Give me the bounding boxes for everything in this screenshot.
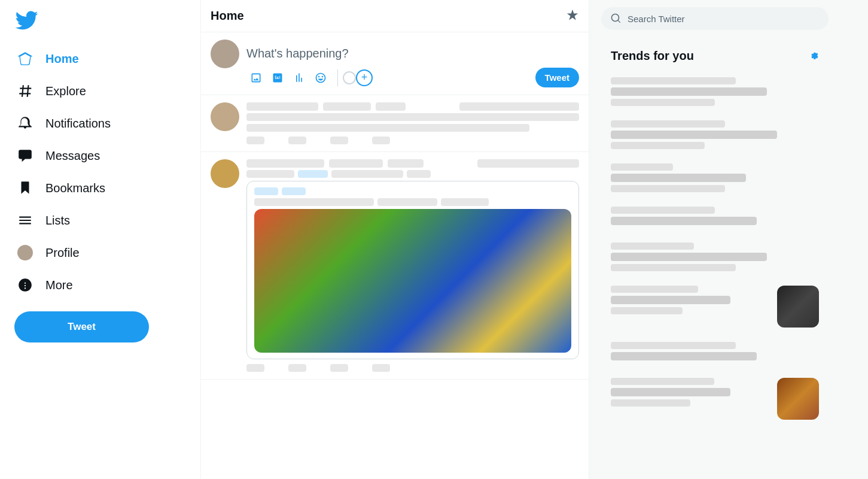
trend-item-7[interactable] xyxy=(601,335,829,371)
search-input[interactable] xyxy=(628,14,819,24)
sidebar-item-explore-label: Explore xyxy=(45,84,86,98)
quote-line-2 xyxy=(254,198,571,206)
tweet-line-2 xyxy=(246,124,529,132)
compose-add-button[interactable]: + xyxy=(356,69,373,86)
tweet2-extra-skel xyxy=(477,159,579,168)
compose-placeholder[interactable]: What's happening? xyxy=(246,40,579,65)
trend-3-name xyxy=(611,174,746,182)
t2l1c xyxy=(331,170,403,178)
feed-title: Home xyxy=(211,9,244,23)
trend-text-3 xyxy=(611,163,819,192)
sidebar-item-notifications-label: Notifications xyxy=(45,117,111,131)
main-feed: Home What's happening? xyxy=(200,0,589,479)
sidebar-item-bookmarks-label: Bookmarks xyxy=(45,181,105,195)
trend-7-cat xyxy=(611,342,736,349)
tweet2-time-skel xyxy=(388,159,424,168)
notifications-icon xyxy=(17,115,33,132)
sidebar-item-profile[interactable]: Profile xyxy=(7,237,193,268)
trend-5-count xyxy=(611,264,736,271)
tweet-avatar xyxy=(211,102,239,131)
trend-thumbnail-dark xyxy=(777,286,819,328)
sidebar-item-messages[interactable]: Messages xyxy=(7,140,193,171)
trend-item-8[interactable] xyxy=(601,371,829,427)
trend-1-name xyxy=(611,87,767,96)
sidebar-item-lists[interactable]: Lists xyxy=(7,205,193,236)
action2-2 xyxy=(288,364,306,372)
sparkle-button[interactable] xyxy=(566,8,579,23)
trend-item-2[interactable] xyxy=(601,113,829,156)
sidebar-item-messages-label: Messages xyxy=(45,149,100,163)
tweet-handle-skel xyxy=(323,102,371,111)
sidebar-item-profile-label: Profile xyxy=(45,246,80,260)
trend-text-2 xyxy=(611,120,819,149)
search-bar[interactable] xyxy=(601,7,829,30)
tweet-content-2 xyxy=(246,159,579,372)
trend-text-1 xyxy=(611,77,819,106)
trend-item-1[interactable] xyxy=(601,70,829,113)
sidebar-item-bookmarks[interactable]: Bookmarks xyxy=(7,172,193,204)
action2-3 xyxy=(330,364,348,372)
trend-6-name xyxy=(611,296,730,304)
quote-image xyxy=(254,209,571,353)
tweet-card-2[interactable] xyxy=(201,152,589,380)
ql1b xyxy=(282,187,306,195)
trend-item-4[interactable] xyxy=(601,199,829,235)
tweet-time-skel xyxy=(376,102,406,111)
tweet-avatar-2 xyxy=(211,159,239,188)
compose-right: What's happening? xyxy=(246,40,579,87)
tweet2-username-skel xyxy=(246,159,324,168)
bookmarks-icon xyxy=(17,180,33,196)
compose-image-button[interactable] xyxy=(246,68,266,87)
trends-settings-button[interactable] xyxy=(808,51,819,62)
search-icon xyxy=(611,13,622,24)
user-avatar xyxy=(211,40,239,68)
trend-item-6[interactable] xyxy=(601,278,829,335)
trend-1-count xyxy=(611,99,715,106)
trend-thumbnail-brown xyxy=(777,378,819,420)
tweet-header-2 xyxy=(246,159,579,168)
action-skel-3 xyxy=(330,137,348,144)
sidebar-item-notifications[interactable]: Notifications xyxy=(7,108,193,139)
trend-8-cat xyxy=(611,378,714,385)
tweet2-actions xyxy=(246,364,579,372)
sidebar-item-more[interactable]: More xyxy=(7,269,193,301)
trend-item-3[interactable] xyxy=(601,156,829,199)
trend-6-count xyxy=(611,307,683,314)
sidebar-item-home[interactable]: Home xyxy=(7,43,193,74)
trend-2-cat xyxy=(611,120,725,128)
feed-header: Home xyxy=(201,0,589,32)
compose-tweet-button[interactable]: Tweet xyxy=(535,68,579,87)
trend-2-count xyxy=(611,142,705,149)
trend-text-6 xyxy=(611,286,770,314)
trend-1-cat xyxy=(611,77,736,84)
profile-icon xyxy=(17,244,33,261)
compose-emoji-button[interactable] xyxy=(311,68,330,87)
t2l1b xyxy=(298,170,328,178)
trend-8-count xyxy=(611,399,690,407)
compose-gif-button[interactable] xyxy=(268,68,287,87)
trends-title: Trends for you xyxy=(611,49,694,63)
tweet-card[interactable] xyxy=(201,95,589,152)
trend-item-5[interactable] xyxy=(601,235,829,278)
trend-6-cat xyxy=(611,286,698,293)
home-icon xyxy=(17,50,33,67)
ql1a xyxy=(254,187,278,195)
trend-7-name xyxy=(611,352,757,360)
sidebar-item-explore[interactable]: Explore xyxy=(7,75,193,107)
compose-poll-button[interactable] xyxy=(290,68,309,87)
tweet-button[interactable]: Tweet xyxy=(14,311,149,342)
trend-4-cat xyxy=(611,207,715,214)
trend-text-8 xyxy=(611,378,770,407)
trend-4-name xyxy=(611,217,757,225)
twitter-logo[interactable] xyxy=(7,2,45,41)
trend-8-name xyxy=(611,388,730,396)
compose-audience-selector[interactable] xyxy=(343,71,356,84)
trend-3-cat xyxy=(611,163,673,171)
trend-2-name xyxy=(611,131,777,139)
tweet2-quote-box xyxy=(246,181,579,359)
tweet-username-skel xyxy=(246,102,318,111)
tweet-content xyxy=(246,102,579,144)
tweet-line-1 xyxy=(246,113,579,121)
t2l1d xyxy=(407,170,431,178)
compose-area: What's happening? xyxy=(201,32,589,95)
